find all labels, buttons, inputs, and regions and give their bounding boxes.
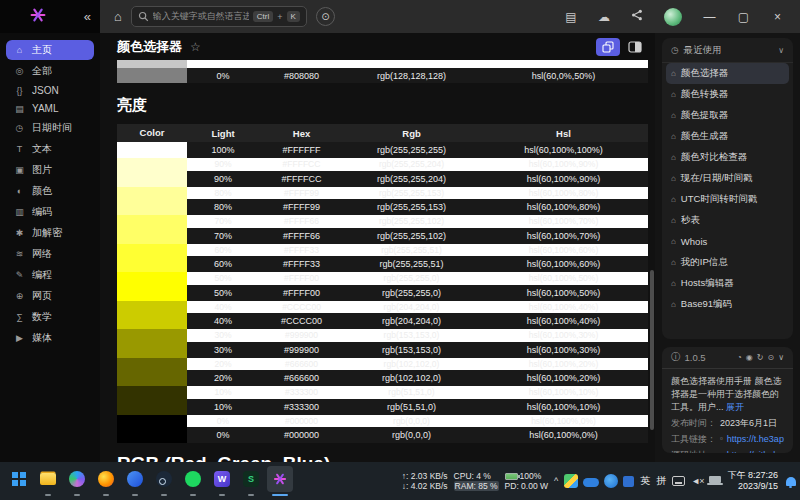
- color-table-row[interactable]: 30%#999900rgb(153,153,0)hsl(60,100%,30%): [117, 342, 648, 358]
- sidebar-item-label: YAML: [32, 103, 59, 114]
- close-button[interactable]: ×: [765, 10, 790, 24]
- recent-item-base91[interactable]: ⌂Base91编码: [666, 294, 789, 315]
- color-table-row[interactable]: 100%#FFFFFFrgb(255,255,255)hsl(60,100%,1…: [117, 142, 648, 158]
- tips-bulb-icon[interactable]: ⊙: [316, 7, 335, 26]
- recent-item-my-ip[interactable]: ⌂我的IP信息: [666, 252, 789, 273]
- recent-item-now-date-timestamp[interactable]: ⌂现在/日期/时间戳: [666, 168, 789, 189]
- copy-button[interactable]: [596, 38, 620, 56]
- recent-item-color-generator[interactable]: ⌂颜色生成器: [666, 126, 789, 147]
- onedrive-icon[interactable]: [583, 478, 599, 487]
- touch-keyboard-icon[interactable]: [672, 476, 685, 486]
- color-table-row[interactable]: 40%#CCCC00rgb(204,204,0)hsl(60,100%,40%): [117, 313, 648, 329]
- page-title: 颜色选择器: [117, 38, 182, 56]
- color-table-row[interactable]: 80%#FFFF99rgb(255,255,153)hsl(60,100%,80…: [117, 199, 648, 215]
- field-link[interactable]: https://t.he3app.co...: [727, 433, 784, 446]
- field-link[interactable]: https://github.com...: [727, 449, 784, 453]
- user-avatar[interactable]: [664, 8, 682, 26]
- sidebar-item-label: 编码: [32, 205, 52, 219]
- color-table-row[interactable]: 60%#FFFF33rgb(255,255,51)hsl(60,100%,60%…: [117, 256, 648, 272]
- recent-item-contrast-checker[interactable]: ⌂颜色对比检查器: [666, 147, 789, 168]
- sidebar-item-label: 编程: [32, 268, 52, 282]
- blue-square-icon[interactable]: [623, 476, 634, 487]
- sidebar-item-yaml[interactable]: ▤YAML: [6, 100, 94, 117]
- taskbar-clock[interactable]: 下午 8:27:26 2023/9/15: [727, 470, 778, 492]
- sidebar-item-network[interactable]: ≋网络: [6, 244, 94, 264]
- taskbar-copilot-icon[interactable]: [64, 466, 90, 492]
- sidebar-item-label: 网页: [32, 289, 52, 303]
- sidebar-item-encode[interactable]: ▥编码: [6, 202, 94, 222]
- recent-header[interactable]: ◷ 最近使用 ∨: [662, 38, 793, 63]
- laptop-icon[interactable]: [709, 476, 721, 483]
- home-icon[interactable]: ⌂: [114, 9, 122, 24]
- changelog-icon[interactable]: ▤: [559, 10, 583, 24]
- recent-item-hosts-editor[interactable]: ⌂Hosts编辑器: [666, 273, 789, 294]
- tray-overflow-chevron[interactable]: ^: [554, 476, 558, 486]
- sidebar-item-all[interactable]: ◎全部: [6, 61, 94, 81]
- share-icon[interactable]: [625, 9, 649, 24]
- search-input[interactable]: 输入关键字或自然语言进... Ctrl + K: [131, 6, 307, 27]
- speaker-muted-icon[interactable]: ◄×: [691, 476, 703, 486]
- ime-mode-indicator[interactable]: 英: [640, 474, 650, 488]
- taskbar-blue-app-icon[interactable]: [122, 466, 148, 492]
- s-app-glyph: S: [243, 471, 259, 487]
- taskbar-firefox-icon[interactable]: [93, 466, 119, 492]
- security-icon[interactable]: [604, 474, 618, 488]
- expand-link[interactable]: 展开: [726, 402, 744, 412]
- taskbar-s-app-icon[interactable]: S: [238, 466, 264, 492]
- maximize-button[interactable]: ▢: [731, 10, 756, 24]
- ghost-cell: #FFFF99: [259, 188, 344, 198]
- recent-item-stopwatch[interactable]: ⌂秒表: [666, 210, 789, 231]
- sidebar-item-home[interactable]: ⌂主页: [6, 40, 94, 60]
- weather-icon[interactable]: [564, 474, 578, 488]
- sidebar-item-media[interactable]: ▶媒体: [6, 328, 94, 348]
- color-table-row[interactable]: 20%#666600rgb(102,102,0)hsl(60,100%,20%): [117, 370, 648, 386]
- sidebar-item-label: 日期时间: [32, 121, 72, 135]
- color-table-row[interactable]: 90%#FFFFCCrgb(255,255,204)hsl(60,100%,90…: [117, 171, 648, 187]
- recent-item-whois[interactable]: ⌂Whois: [666, 231, 789, 252]
- taskbar-w-app-icon[interactable]: W: [209, 466, 235, 492]
- ime-pinyin-indicator[interactable]: 拼: [656, 474, 666, 488]
- sidebar-item-text[interactable]: T文本: [6, 139, 94, 159]
- recent-item-utc-to-timestamp[interactable]: ⌂UTC时间转时间戳: [666, 189, 789, 210]
- history-icon[interactable]: ◔: [737, 353, 742, 362]
- color-table-row[interactable]: 0%#000000rgb(0,0,0)hsl(60,100%,0%): [117, 427, 648, 443]
- taskbar-he3-icon[interactable]: [267, 466, 293, 492]
- ghost-cell: #FFFFCC: [259, 159, 344, 169]
- titlebar-logo-area: «: [0, 0, 100, 33]
- minimize-button[interactable]: —: [697, 10, 722, 24]
- color-band-row: 70%#FFFF66rgb(255,255,102)hsl(60,100%,70…: [117, 215, 648, 228]
- browser-icon[interactable]: ◉: [746, 353, 753, 362]
- sidebar-item-json[interactable]: {}JSON: [6, 82, 94, 99]
- favorite-star-icon[interactable]: ☆: [190, 40, 201, 54]
- sidebar-item-programming[interactable]: ✎编程: [6, 265, 94, 285]
- split-view-icon[interactable]: [628, 41, 642, 53]
- refresh-icon[interactable]: ↻: [757, 353, 764, 362]
- right-sidebar: ◷ 最近使用 ∨ ⌂颜色选择器⌂颜色转换器⌂颜色提取器⌂颜色生成器⌂颜色对比检查…: [655, 33, 800, 462]
- sidebar-item-crypto[interactable]: ✱加解密: [6, 223, 94, 243]
- taskbar-spotify-icon[interactable]: [180, 466, 206, 492]
- recent-item-color-picker[interactable]: ⌂颜色选择器: [666, 63, 789, 84]
- sidebar-item-datetime[interactable]: ◷日期时间: [6, 118, 94, 138]
- check-icon[interactable]: ⊙: [767, 353, 774, 362]
- sidebar-item-math[interactable]: ∑数学: [6, 307, 94, 327]
- color-table-row[interactable]: 10%#333300rgb(51,51,0)hsl(60,100%,10%): [117, 399, 648, 415]
- recent-item-color-converter[interactable]: ⌂颜色转换器: [666, 84, 789, 105]
- sidebar-item-image[interactable]: ▣图片: [6, 160, 94, 180]
- sidebar-item-web[interactable]: ⊕网页: [6, 286, 94, 306]
- color-table-row[interactable]: 70%#FFFF66rgb(255,255,102)hsl(60,100%,70…: [117, 228, 648, 244]
- hsl-cell: hsl(60,100%,80%): [479, 202, 648, 212]
- color-table-row[interactable]: 50%#FFFF00rgb(255,255,0)hsl(60,100%,50%): [117, 285, 648, 301]
- content-scrollbar[interactable]: [650, 270, 654, 430]
- collapse-chevron-icon[interactable]: ∨: [778, 353, 784, 362]
- hsl-cell: hsl(60,100%,30%): [479, 345, 648, 355]
- cloud-sync-icon[interactable]: ☁: [592, 10, 616, 24]
- taskbar-steam-icon[interactable]: [151, 466, 177, 492]
- taskbar-explorer-icon[interactable]: [35, 466, 61, 492]
- recent-item-color-extractor[interactable]: ⌂颜色提取器: [666, 105, 789, 126]
- band-fill: [187, 60, 648, 68]
- taskbar-start-icon[interactable]: [6, 466, 32, 492]
- sidebar-item-color[interactable]: ◐颜色: [6, 181, 94, 201]
- prev-table-row[interactable]: 0% #808080 rgb(128,128,128) hsl(60,0%,50…: [117, 68, 648, 83]
- notification-bell-icon[interactable]: [786, 477, 796, 486]
- collapse-sidebar-icon[interactable]: «: [84, 9, 91, 24]
